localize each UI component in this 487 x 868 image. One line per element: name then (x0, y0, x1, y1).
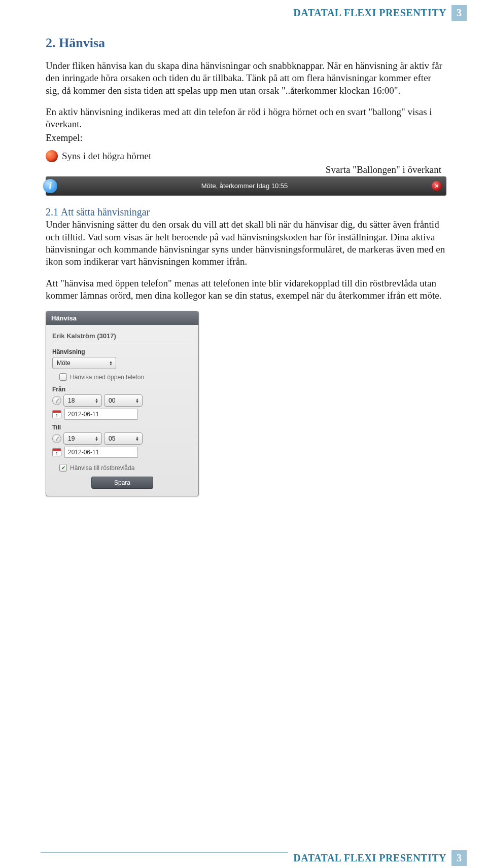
from-date-row: 2012-06-11 (52, 409, 192, 420)
hanvisning-value: Möte (57, 359, 71, 367)
from-label: Från (52, 386, 192, 393)
voicemail-label: Hänvisa till röstbrevlåda (70, 464, 134, 472)
section-para-1: Under fliken hänvisa kan du skapa dina h… (46, 60, 446, 97)
balloon-text: Möte, återkommer Idag 10:55 (57, 182, 432, 190)
example-label: Exempel: (46, 132, 446, 144)
till-time-row: 19 ▲▼ 05 ▲▼ (52, 432, 192, 445)
form-header: Hänvisa (46, 311, 198, 325)
chevron-updown-icon: ▲▼ (95, 436, 98, 441)
hanvisning-select[interactable]: Möte ▲▼ (52, 357, 116, 369)
till-hour-value: 19 (68, 435, 75, 442)
subsection-number: 2.1 (46, 206, 58, 218)
red-phone-icon (46, 150, 58, 162)
voicemail-checkbox[interactable]: ✔ (59, 464, 67, 472)
hanvisning-label: Hänvisning (52, 348, 192, 355)
from-min-value: 00 (109, 397, 115, 404)
from-date-value: 2012-06-11 (68, 411, 99, 418)
balloon-label: Svarta "Ballongen" i överkant (46, 164, 441, 175)
subsection-body-1: Under hänvisning sätter du den orsak du … (46, 219, 445, 267)
header-bar: DATATAL FLEXI PRESENTITY 3 (288, 5, 467, 21)
till-date-value: 2012-06-11 (68, 449, 99, 456)
form-user: Erik Kalström (3017) (52, 332, 192, 343)
from-time-row: 18 ▲▼ 00 ▲▼ (52, 394, 192, 407)
footer-title: DATATAL FLEXI PRESENTITY (288, 850, 451, 866)
chevron-updown-icon: ▲▼ (135, 436, 139, 441)
corner-indicator-label: Syns i det högra hörnet (62, 151, 151, 162)
till-min-select[interactable]: 05 ▲▼ (104, 432, 143, 445)
open-phone-row[interactable]: Hänvisa med öppen telefon (59, 373, 192, 381)
chevron-updown-icon: ▲▼ (135, 398, 139, 403)
till-date-field[interactable]: 2012-06-11 (64, 447, 137, 458)
footer-page-number: 3 (451, 850, 467, 866)
till-date-row: 2012-06-11 (52, 447, 192, 458)
subsection-para-2: Att "hänvisa med öppen telefon" menas at… (46, 277, 446, 302)
from-hour-value: 18 (68, 397, 75, 404)
voicemail-row[interactable]: ✔ Hänvisa till röstbrevlåda (59, 464, 192, 472)
clock-icon (52, 396, 61, 405)
clock-icon (52, 434, 61, 443)
balloon-bar: i Möte, återkommer Idag 10:55 × (46, 176, 446, 196)
save-button[interactable]: Spara (91, 477, 153, 489)
from-hour-select[interactable]: 18 ▲▼ (63, 394, 102, 407)
subsection-para-1: 2.1 Att sätta hänvisningar Under hänvisn… (46, 206, 446, 268)
subsection-title: Att sätta hänvisningar (61, 206, 150, 218)
till-min-value: 05 (109, 435, 115, 442)
from-min-select[interactable]: 00 ▲▼ (104, 394, 143, 407)
footer-bar: DATATAL FLEXI PRESENTITY 3 (288, 850, 467, 866)
corner-indicator-row: Syns i det högra hörnet (46, 150, 446, 162)
section-para-2: En aktiv hänvisning indikeras med att di… (46, 106, 446, 131)
open-phone-checkbox[interactable] (59, 373, 67, 381)
from-date-field[interactable]: 2012-06-11 (64, 409, 137, 420)
calendar-icon[interactable] (52, 448, 61, 456)
chevron-updown-icon: ▲▼ (95, 398, 98, 403)
till-label: Till (52, 424, 192, 431)
hanvisa-form: Hänvisa Erik Kalström (3017) Hänvisning … (46, 311, 199, 496)
chevron-updown-icon: ▲▼ (109, 360, 113, 366)
header-page-number: 3 (451, 5, 467, 21)
section-number: 2. (46, 35, 56, 50)
section-heading: 2. Hänvisa (46, 35, 446, 51)
info-icon: i (43, 179, 57, 193)
calendar-icon[interactable] (52, 410, 61, 418)
open-phone-label: Hänvisa med öppen telefon (70, 374, 144, 381)
till-hour-select[interactable]: 19 ▲▼ (63, 432, 102, 445)
header-title: DATATAL FLEXI PRESENTITY (288, 5, 451, 21)
close-icon[interactable]: × (432, 181, 442, 191)
section-title-text: Hänvisa (59, 35, 105, 50)
